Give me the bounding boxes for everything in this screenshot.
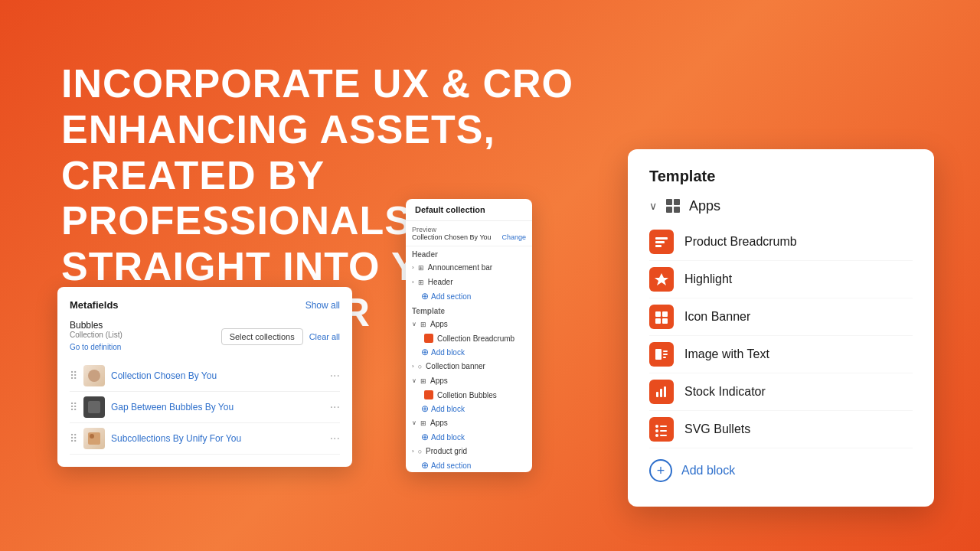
- svg-point-0: [88, 370, 100, 382]
- collection-thumb: [83, 365, 105, 386]
- apps-label-1: Apps: [430, 320, 448, 328]
- show-all-link[interactable]: Show all: [305, 300, 340, 311]
- apps-main-label: Apps: [689, 198, 720, 214]
- app-icon-svg-bullets: [649, 417, 674, 442]
- te-apps-row1[interactable]: ∨ ⊞ Apps: [406, 317, 532, 331]
- chevron-down-icon: ∨: [412, 377, 416, 384]
- plus-circle-icon-3: ⊕: [421, 432, 429, 442]
- app-icon-image-with-text: [649, 342, 674, 367]
- te-apps-row2[interactable]: ∨ ⊞ Apps: [406, 373, 532, 388]
- collection-thumb: [83, 396, 105, 418]
- preview-change-link[interactable]: Change: [501, 233, 526, 241]
- collection-name[interactable]: Gap Between Bubbles By You: [111, 402, 324, 412]
- app-name-svg-bullets: SVG Bullets: [684, 422, 750, 436]
- apps-label-2: Apps: [430, 377, 448, 385]
- te-add-block-btn-2[interactable]: ⊕ Add block: [406, 402, 532, 416]
- metafields-field-row: Bubbles Collection (List) Go to definiti…: [70, 320, 340, 353]
- app-item-image-with-text[interactable]: Image with Text: [649, 336, 913, 373]
- app-name-highlight: Highlight: [684, 272, 732, 286]
- svg-rect-15: [663, 357, 666, 358]
- te-add-block-btn-3[interactable]: ⊕ Add block: [406, 430, 532, 444]
- app-item-highlight[interactable]: Highlight: [649, 261, 913, 298]
- svg-rect-13: [663, 350, 668, 352]
- drag-handle[interactable]: ⠿: [70, 401, 77, 413]
- clear-all-link[interactable]: Clear all: [309, 332, 340, 341]
- app-icon-icon-banner: [649, 305, 674, 329]
- item-menu-icon[interactable]: ···: [330, 400, 340, 414]
- te-add-section-btn-2[interactable]: ⊕ Add section: [406, 458, 532, 472]
- svg-rect-5: [655, 241, 665, 243]
- app-name-stock-indicator: Stock Indicator: [684, 385, 766, 399]
- circle-icon: ○: [418, 363, 422, 370]
- app-item-product-breadcrumb[interactable]: Product Breadcrumb: [649, 223, 913, 261]
- svg-marker-7: [655, 273, 668, 285]
- svg-point-21: [655, 434, 658, 437]
- svg-rect-24: [660, 435, 667, 436]
- svg-rect-12: [655, 349, 662, 360]
- apps-chevron-icon: ∨: [649, 200, 657, 212]
- collection-item: ⠿ Subcollections By Unify For You ···: [70, 423, 340, 455]
- svg-rect-8: [655, 311, 661, 317]
- add-block-row[interactable]: + Add block: [649, 452, 913, 482]
- drag-handle[interactable]: ⠿: [70, 432, 77, 445]
- collection-list: ⠿ Collection Chosen By You ··· ⠿ Gap Bet…: [70, 360, 340, 455]
- svg-rect-1: [88, 401, 100, 413]
- te-apps-row3[interactable]: ∨ ⊞ Apps: [406, 416, 532, 430]
- add-block-label-2: Add block: [431, 405, 465, 413]
- collection-name[interactable]: Collection Chosen By You: [111, 370, 324, 381]
- app-name-product-breadcrumb: Product Breadcrumb: [684, 235, 797, 249]
- apps-header: ∨ Apps: [649, 197, 913, 214]
- block-icon-red-2: [424, 390, 433, 399]
- metafields-header: Metafields Show all: [70, 299, 340, 311]
- apps-grid-icon-3: ⊞: [420, 419, 426, 427]
- te-add-section-btn[interactable]: ⊕ Add section: [406, 289, 532, 303]
- item-menu-icon[interactable]: ···: [330, 432, 340, 445]
- te-collection-banner[interactable]: › ○ Collection banner: [406, 359, 532, 373]
- te-add-block-btn-1[interactable]: ⊕ Add block: [406, 345, 532, 359]
- block-icon-red: [424, 334, 433, 343]
- apps-label-3: Apps: [430, 419, 448, 427]
- app-item-svg-bullets[interactable]: SVG Bullets: [649, 411, 913, 448]
- te-collection-bubbles[interactable]: Colletion Bubbles: [406, 388, 532, 402]
- drag-handle[interactable]: ⠿: [70, 370, 77, 382]
- product-grid-label: Product grid: [426, 447, 467, 455]
- te-preview-value: Collection Chosen By You Change: [412, 233, 526, 241]
- add-block-label-1: Add block: [431, 348, 465, 357]
- field-def-link[interactable]: Go to definition: [70, 343, 121, 351]
- chevron-right-icon-pg: ›: [412, 448, 414, 455]
- collection-name[interactable]: Subcollections By Unify For You: [111, 433, 324, 444]
- header-icon: ⊞: [418, 279, 424, 286]
- te-preview-area: Preview Collection Chosen By You Change: [406, 221, 532, 246]
- te-collection-breadcrumb[interactable]: Collection Breadcrumb: [406, 331, 532, 345]
- announcement-bar-label: Announcement bar: [428, 263, 493, 272]
- metafields-title: Metafields: [70, 299, 119, 311]
- svg-rect-23: [660, 430, 667, 432]
- svg-rect-17: [660, 389, 662, 397]
- chevron-right-icon: ›: [412, 264, 414, 271]
- template-panel-title: Template: [649, 168, 913, 185]
- te-announcement-bar[interactable]: › ⊞ Announcement bar: [406, 260, 532, 275]
- plus-circle-icon: ⊕: [421, 347, 429, 357]
- collection-breadcrumb-label: Collection Breadcrumb: [437, 334, 514, 343]
- app-item-icon-banner[interactable]: Icon Banner: [649, 298, 913, 336]
- collection-item: ⠿ Collection Chosen By You ···: [70, 360, 340, 392]
- te-header-row[interactable]: › ⊞ Header: [406, 275, 532, 289]
- plus-circle-icon-4: ⊕: [421, 460, 429, 471]
- svg-rect-2: [88, 432, 100, 445]
- field-label: Bubbles: [70, 320, 122, 331]
- svg-rect-4: [655, 237, 668, 240]
- svg-rect-14: [663, 354, 668, 355]
- svg-rect-10: [655, 318, 661, 324]
- collection-thumb: [83, 428, 105, 449]
- apps-grid-icon: [665, 197, 681, 214]
- app-item-stock-indicator[interactable]: Stock Indicator: [649, 373, 913, 411]
- select-collections-button[interactable]: Select collections: [221, 328, 303, 345]
- plus-circle-icon-2: ⊕: [421, 403, 429, 414]
- te-product-grid[interactable]: › ○ Product grid: [406, 444, 532, 458]
- svg-rect-9: [662, 311, 668, 317]
- theme-editor-panel: Default collection Preview Collection Ch…: [406, 199, 532, 472]
- app-icon-stock-indicator: [649, 380, 674, 404]
- announcement-bar-icon: ⊞: [418, 264, 424, 272]
- item-menu-icon[interactable]: ···: [330, 369, 340, 383]
- apps-grid-icon-2: ⊞: [420, 377, 426, 385]
